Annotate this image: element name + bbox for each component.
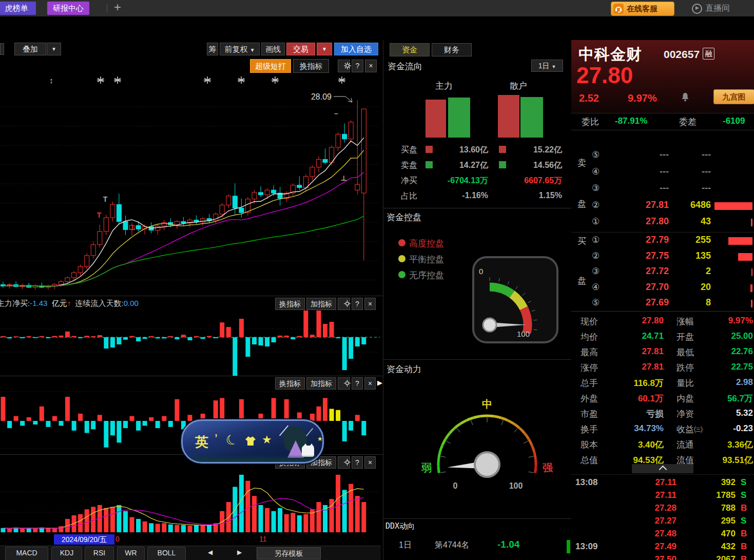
stat-label: 量比 [676, 377, 694, 389]
bid-row[interactable]: ①27.79255 [571, 233, 754, 248]
date-label: 2024/09/20/五 [54, 534, 114, 545]
ime-halfwidth-moon-icon[interactable]: ☾ [223, 431, 241, 450]
tick-volume: 432 [682, 542, 736, 552]
ask-row[interactable]: ②27.816486 [571, 198, 754, 214]
ask-row[interactable]: ③------ [571, 181, 754, 197]
forward-adjust-button[interactable]: 前复权 ▼ [220, 43, 260, 55]
add-watchlist-button[interactable]: 加入自选 [334, 43, 378, 55]
占比-label: 占比 [401, 191, 417, 202]
tick-row: 27.28788B [571, 502, 754, 514]
chips-button[interactable]: 筹 [207, 43, 218, 55]
fund-flow-row: 卖盘14.27亿14.56亿 [383, 159, 571, 171]
tab-indicator-wr[interactable]: WR [117, 547, 145, 560]
bid-row[interactable]: ③27.722 [571, 264, 754, 280]
trade-dropdown-arrow[interactable]: ▼ [317, 43, 332, 55]
stat-cell: 最低22.76 [674, 345, 754, 359]
weicha-label: 委差 [679, 116, 697, 128]
next-arrow-icon[interactable]: ▶ [237, 549, 242, 556]
shooting-star-decoration [306, 428, 313, 437]
high-price-annotation: 28.09 [311, 92, 332, 101]
tab-indicator-kdj[interactable]: KDJ [51, 547, 82, 560]
signal-star-marker [272, 76, 279, 84]
volume-histogram[interactable] [0, 470, 380, 534]
sub3-gear-icon[interactable] [338, 456, 350, 469]
tab-research-center[interactable]: 研报中心 [47, 2, 89, 15]
sub1-help-button[interactable]: ? [352, 298, 363, 310]
level-number: ③ [592, 266, 600, 277]
tab-indicator-rsi[interactable]: RSI [85, 547, 114, 560]
tab-finance[interactable]: 财务 [432, 43, 472, 56]
draw-line-button[interactable]: 画线 [261, 43, 285, 55]
weibi-row: 委比 -87.91% 委差 -6109 [571, 113, 754, 130]
sub2-close-icon[interactable]: × [364, 377, 376, 390]
stat-value: 9.97% [728, 316, 753, 326]
book-volume: --- [674, 166, 711, 177]
stat-value: 27.81 [642, 362, 664, 372]
save-template-button[interactable]: 另存模板 [257, 547, 321, 559]
switch-indicator-button[interactable]: 换指标 [293, 59, 329, 73]
margin-badge: 融 [703, 48, 714, 60]
ime-star-icon[interactable]: ★ [262, 433, 272, 447]
weibi-label: 委比 [582, 116, 599, 128]
help-button[interactable]: ? [352, 60, 363, 72]
close-icon[interactable]: × [365, 60, 377, 72]
super-short-indicator-button[interactable]: 超级短打 [250, 59, 291, 73]
chart-mark: ⊥ [129, 223, 136, 231]
new-tab-button[interactable]: + [114, 0, 121, 14]
stat-label: 最高 [581, 346, 598, 358]
stat-cell: 内盘56.7万 [674, 391, 754, 405]
tab-indicator-macd[interactable]: MACD [5, 547, 48, 560]
sub1-close-icon[interactable]: × [364, 298, 376, 310]
sub2-add-indicator-button[interactable]: 加指标 [306, 377, 336, 390]
tab-capital[interactable]: 资金 [390, 43, 430, 56]
collapse-button[interactable] [632, 464, 693, 473]
stat-label: 内盘 [676, 393, 694, 404]
sub1-switch-indicator-button[interactable]: 换指标 [275, 298, 305, 310]
ime-mode-english[interactable]: 英 [195, 433, 208, 451]
trade-button[interactable]: 交易 [286, 43, 315, 55]
ime-punctuation-icon[interactable]: ’ [215, 431, 218, 447]
卖盘-label: 卖盘 [401, 160, 417, 171]
main-force-label: 主力 [435, 80, 453, 92]
prev-arrow-icon[interactable]: ◀ [208, 549, 212, 556]
nine-grid-button[interactable]: 九宫图 [713, 89, 754, 104]
stat-value: 2.98 [736, 377, 753, 388]
tab-indicator-boll[interactable]: BOLL [147, 547, 186, 560]
sub1-add-indicator-button[interactable]: 加指标 [306, 298, 336, 310]
swatch-icon [499, 146, 506, 153]
bid-row[interactable]: ④27.7020 [571, 280, 754, 296]
chart-mark: ⊥ [341, 174, 347, 182]
panel-expander-arrow[interactable]: ▶ [377, 379, 382, 387]
sub3-help-button[interactable]: ? [352, 456, 363, 469]
sub3-close-icon[interactable]: × [364, 456, 376, 469]
tick-side: B [741, 503, 747, 513]
tick-time: 13:08 [575, 477, 597, 488]
ask-row[interactable]: ④------ [571, 165, 754, 180]
tab-dragon-tiger-list[interactable]: 虎榜单 [0, 2, 36, 15]
bid-row[interactable]: ⑤27.698 [571, 296, 754, 311]
ask-row[interactable]: ⑤------ [571, 148, 754, 163]
净买-label: 净买 [401, 176, 417, 186]
main-net-buy-histogram[interactable] [0, 311, 380, 376]
signal-star-marker [97, 76, 104, 84]
tick-volume: 295 [682, 516, 736, 526]
online-service-button[interactable]: 在线客服 [611, 2, 674, 16]
bid-row[interactable]: ②27.75135 [571, 249, 754, 264]
sub2-help-button[interactable]: ? [352, 377, 363, 390]
legend-label: 无序控盘 [409, 269, 444, 281]
book-price: 27.80 [617, 216, 669, 227]
toolbar-edge-button[interactable] [0, 43, 4, 55]
ask-row[interactable]: ①27.8043 [571, 215, 754, 230]
sub2-gear-icon[interactable] [338, 377, 350, 390]
main-candlestick-chart[interactable]: ↕28.09TT⊥–⊥ [0, 73, 380, 295]
period-select[interactable]: 1日 ▼ [531, 60, 563, 72]
overlay-button[interactable]: 叠加 [14, 43, 46, 55]
overlay-dropdown-arrow[interactable]: ▼ [47, 43, 61, 55]
stat-cell: 股本3.40亿 [571, 437, 671, 452]
ime-toolbar-overlay[interactable]: 英 ’ ☾ ★ ★ [181, 419, 324, 464]
sub2-switch-indicator-button[interactable]: 换指标 [275, 377, 305, 390]
book-price: 27.72 [617, 266, 669, 277]
tick-row: 13:0927.49432B [571, 540, 754, 553]
gear-icon[interactable] [338, 60, 350, 72]
sub1-gear-icon[interactable] [338, 298, 350, 310]
